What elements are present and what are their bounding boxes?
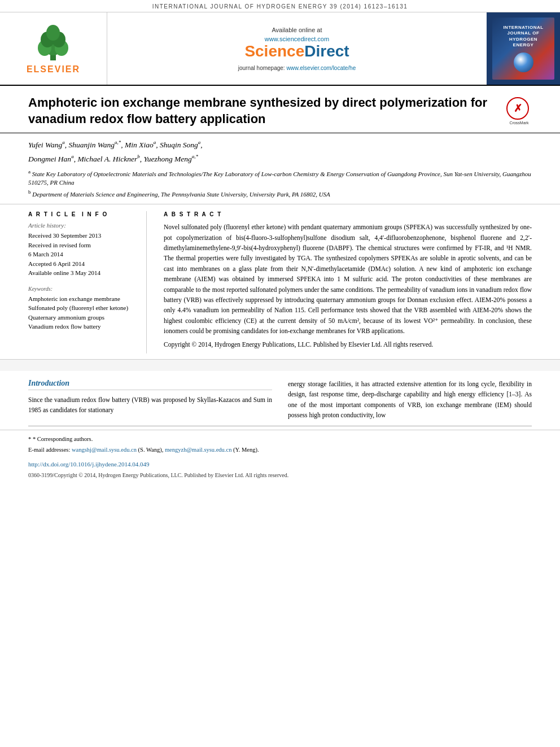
available-text: Available online at (272, 27, 322, 33)
sciencedirect-url[interactable]: www.sciencedirect.com (265, 36, 329, 42)
footnote-divider (28, 426, 532, 430)
author-yuezhong-meng: Yuezhong Meng (143, 154, 191, 163)
elsevier-logo: ELSEVIER (27, 23, 80, 75)
corresponding-authors-note: * * Corresponding authors. (28, 435, 532, 444)
sciencedirect-logo: ScienceDirect (244, 42, 349, 60)
elsevier-wordmark: ELSEVIER (27, 64, 80, 75)
abstract-copyright: Copyright © 2014, Hydrogen Energy Public… (164, 339, 532, 350)
journal-title-text: International Journal of Hydrogen Energy… (152, 3, 408, 10)
article-info-abstract: A R T I C L E I N F O Article history: R… (0, 204, 560, 360)
article-title-container: Amphoteric ion exchange membrane synthes… (28, 95, 495, 127)
keyword-4: Vanadium redox flow battery (28, 322, 137, 331)
article-history-label: Article history: (28, 222, 137, 229)
revised-label-text: Received in revised form (28, 242, 91, 248)
intro-right: energy storage facilities, it has attrac… (288, 379, 532, 421)
abstract-column: A B S T R A C T Novel sulfonated poly (f… (164, 211, 532, 353)
authors-section: Yufei Wanga, Shuanjin Wanga,*, Min Xiaoa… (0, 133, 560, 204)
intro-left: Introduction Since the vanadium redox fl… (28, 379, 272, 421)
doi-link[interactable]: http://dx.doi.org/10.1016/j.ijhydene.201… (28, 461, 150, 468)
author-shuqin-song: Shuqin Song (160, 141, 198, 149)
abstract-paragraph: Novel sulfonated poly (fluorenyl ether k… (164, 222, 532, 336)
introduction-heading: Introduction (28, 379, 272, 390)
crossmark-label: CrossMark (506, 121, 532, 125)
author-shuanjin-wang: Shuanjin Wang (68, 141, 115, 149)
direct-text: Direct (304, 42, 349, 60)
doi-section: http://dx.doi.org/10.1016/j.ijhydene.201… (0, 456, 560, 471)
main-content: Introduction Since the vanadium redox fl… (0, 371, 560, 426)
science-text: Science (244, 42, 304, 60)
affiliation-b: b Department of Materials Science and En… (28, 189, 532, 199)
journal-cover: International Journal ofHYDROGENENERGY (492, 18, 554, 80)
journal-homepage: journal homepage: www.elsevier.com/locat… (238, 65, 356, 71)
author-yufei-wang: Yufei Wang (28, 141, 62, 149)
author-michael-hickner: Michael A. Hickner (77, 154, 137, 163)
crossmark-circle: ✗ (506, 97, 529, 120)
authors-line2: Dongmei Hana, Michael A. Hicknerb, Yuezh… (28, 153, 532, 165)
accepted-date: Accepted 6 April 2014 (28, 259, 137, 269)
elsevier-tree-icon (30, 23, 76, 62)
abstract-label: A B S T R A C T (164, 211, 222, 217)
keyword-1: Amphoteric ion exchange membrane (28, 294, 137, 304)
author-min-xiao: Min Xiao (125, 141, 154, 149)
publisher-banner: ELSEVIER Available online at www.science… (0, 12, 560, 86)
author-dongmei-han: Dongmei Han (28, 154, 71, 163)
email-label: E-mail addresses: (28, 447, 72, 453)
keyword-3: Quaternary ammonium groups (28, 313, 137, 322)
intro-right-text: energy storage facilities, it has attrac… (288, 381, 532, 418)
cover-title: International Journal ofHYDROGENENERGY (492, 23, 554, 51)
email-footnote: E-mail addresses: wangshj@mail.sysu.edu.… (28, 445, 532, 455)
cover-sphere-icon (514, 53, 533, 72)
email-meng-label: (Y. Meng). (233, 447, 259, 453)
article-info-column: A R T I C L E I N F O Article history: R… (28, 211, 147, 353)
sciencedirect-banner: Available online at www.sciencedirect.co… (107, 12, 487, 85)
article-info-heading: A R T I C L E I N F O (28, 211, 137, 217)
svg-point-6 (46, 25, 60, 41)
affiliation-a: a State Key Laboratory of Optoelectronic… (28, 168, 532, 187)
article-info-label: A R T I C L E I N F O (28, 211, 108, 217)
copyright-line: 0360-3199/Copyright © 2014, Hydrogen Ene… (0, 471, 560, 483)
keywords-section: Keywords: Amphoteric ion exchange membra… (28, 286, 137, 331)
homepage-link[interactable]: www.elsevier.com/locate/he (286, 65, 356, 71)
corresponding-authors-text: * Corresponding authors. (33, 436, 93, 442)
intro-body-left: Since the vanadium redox flow battery (V… (28, 395, 272, 416)
journal-cover-area: International Journal ofHYDROGENENERGY (487, 12, 560, 85)
article-title-section: Amphoteric ion exchange membrane synthes… (0, 86, 560, 133)
affiliations: a State Key Laboratory of Optoelectronic… (28, 168, 532, 199)
journal-header: International Journal of Hydrogen Energy… (0, 0, 560, 12)
keyword-2: Sulfonated poly (fluorenyl ether ketone) (28, 303, 137, 313)
section-spacer (0, 360, 560, 371)
email-wang-label: (S. Wang), (138, 447, 165, 453)
elsevier-logo-area: ELSEVIER (0, 12, 107, 85)
email-meng[interactable]: mengyzh@mail.sysu.edu.cn (165, 447, 231, 453)
abstract-text: Novel sulfonated poly (fluorenyl ether k… (164, 222, 532, 350)
article-title: Amphoteric ion exchange membrane synthes… (28, 95, 495, 127)
crossmark-badge[interactable]: ✗ CrossMark (506, 97, 532, 125)
received-date: Received 30 September 2013 (28, 231, 137, 241)
keywords-label: Keywords: (28, 286, 137, 292)
abstract-heading: A B S T R A C T (164, 211, 532, 217)
available-online-date: Available online 3 May 2014 (28, 268, 137, 278)
footnote-section: * * Corresponding authors. E-mail addres… (0, 430, 560, 455)
revised-label: Received in revised form (28, 241, 137, 250)
intro-body-right: energy storage facilities, it has attrac… (288, 379, 532, 421)
revised-date: 6 March 2014 (28, 250, 137, 259)
authors-line1: Yufei Wanga, Shuanjin Wanga,*, Min Xiaoa… (28, 139, 532, 151)
email-wang[interactable]: wangshj@mail.sysu.edu.cn (72, 447, 137, 453)
